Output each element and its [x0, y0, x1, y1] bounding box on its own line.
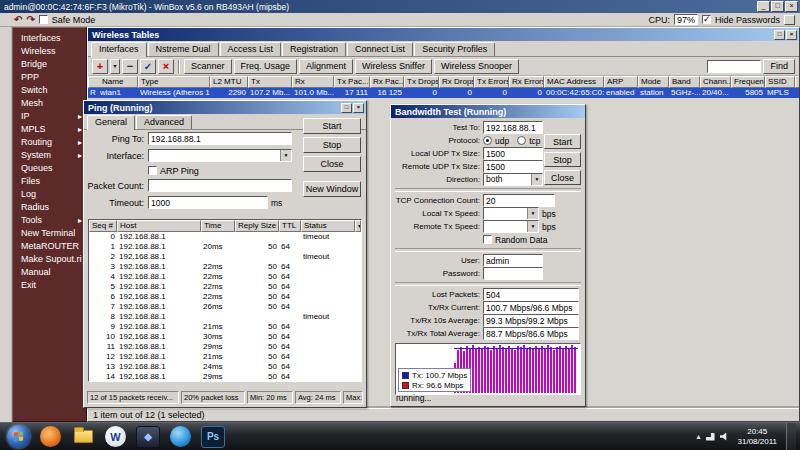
- chevron-down-icon[interactable]: ▼: [527, 208, 538, 219]
- local-udp-input[interactable]: [483, 147, 543, 160]
- tab-access-list[interactable]: Access List: [220, 42, 282, 56]
- tab-interfaces[interactable]: Interfaces: [91, 42, 147, 57]
- ping-column-reply-size[interactable]: Reply Size: [235, 220, 279, 232]
- sidebar-item-new-terminal[interactable]: New Terminal: [13, 227, 86, 240]
- protocol-tcp-radio[interactable]: [517, 136, 526, 145]
- packet-count-input[interactable]: [148, 179, 292, 192]
- ping-close-button[interactable]: Close: [303, 156, 361, 172]
- sidebar-item-manual[interactable]: Manual: [13, 266, 86, 279]
- app-titlebar[interactable]: admin@00:0C:42:74:6F:F3 (MikroTik) - Win…: [0, 0, 800, 13]
- column-header-tx-pac[interactable]: Tx Pac...: [334, 76, 370, 88]
- ping-new-window-button[interactable]: New Window: [303, 181, 361, 197]
- bandwidth-dialog-titlebar[interactable]: Bandwidth Test (Running): [391, 105, 585, 118]
- find-button[interactable]: Find: [763, 59, 795, 74]
- ping-result-row[interactable]: 10192.168.88.130ms5064: [89, 332, 361, 342]
- tab-security-profiles[interactable]: Security Profiles: [414, 42, 495, 56]
- ping-result-row[interactable]: 5192.168.88.122ms5064: [89, 282, 361, 292]
- ping-column-status[interactable]: Status: [301, 220, 355, 232]
- close-button[interactable]: [785, 1, 798, 12]
- bw-stop-button[interactable]: Stop: [544, 152, 581, 167]
- ping-column-seq[interactable]: Seq #: [89, 220, 117, 232]
- wireless-snooper-button[interactable]: Wireless Snooper: [434, 59, 519, 74]
- volume-icon[interactable]: [720, 433, 729, 441]
- timeout-input[interactable]: [148, 196, 268, 209]
- ping-close-icon[interactable]: [353, 103, 364, 113]
- column-header-ssid[interactable]: SSID: [765, 76, 795, 88]
- wireless-close-button[interactable]: [786, 30, 797, 40]
- window-layout-icon[interactable]: [784, 15, 795, 25]
- ping-start-button[interactable]: Start: [303, 118, 361, 134]
- ping-result-row[interactable]: 7192.168.88.126ms5064: [89, 302, 361, 312]
- disable-icon[interactable]: [158, 59, 174, 74]
- ping-tab-general[interactable]: General: [87, 115, 135, 130]
- freq-usage-button[interactable]: Freq. Usage: [234, 59, 298, 74]
- remove-icon[interactable]: [122, 59, 138, 74]
- ping-result-row[interactable]: 9192.168.88.121ms5064: [89, 322, 361, 332]
- add-icon[interactable]: [92, 59, 108, 74]
- scanner-button[interactable]: Scanner: [184, 59, 232, 74]
- app-icon[interactable]: ◆: [136, 426, 160, 448]
- add-dropdown-icon[interactable]: [110, 59, 120, 74]
- random-data-checkbox[interactable]: [483, 235, 492, 244]
- wireless-sniffer-button[interactable]: Wireless Sniffer: [355, 59, 432, 74]
- tab-connect-list[interactable]: Connect List: [347, 42, 413, 56]
- maximize-button[interactable]: [771, 1, 784, 12]
- minimize-button[interactable]: [757, 1, 770, 12]
- remote-tx-select[interactable]: ▼: [483, 220, 539, 233]
- ping-result-row[interactable]: 11192.168.88.129ms5064: [89, 342, 361, 352]
- sidebar-item-mpls[interactable]: MPLS▸: [13, 123, 86, 136]
- undo-icon[interactable]: [14, 14, 22, 26]
- ping-stop-button[interactable]: Stop: [303, 137, 361, 153]
- column-header-mac-address[interactable]: MAC Address: [544, 76, 604, 88]
- ping-result-row[interactable]: 6192.168.88.122ms5064: [89, 292, 361, 302]
- arp-ping-checkbox[interactable]: [148, 166, 157, 175]
- column-header-frequen[interactable]: Frequen...: [731, 76, 765, 88]
- ping-result-row[interactable]: 12192.168.88.121ms5064: [89, 352, 361, 362]
- chevron-down-icon[interactable]: ▼: [531, 174, 542, 185]
- password-input[interactable]: [483, 267, 543, 280]
- sidebar-item-wireless[interactable]: Wireless: [13, 45, 86, 58]
- sidebar-item-exit[interactable]: Exit: [13, 279, 86, 292]
- sidebar-item-ppp[interactable]: PPP: [13, 71, 86, 84]
- ping-to-input[interactable]: [148, 132, 292, 145]
- wireless-table-row[interactable]: Rwlan1Wireless (Atheros 11N)2290107.2 Mb…: [88, 88, 799, 98]
- direction-select[interactable]: both▼: [483, 173, 543, 186]
- photoshop-icon[interactable]: Ps: [201, 426, 225, 448]
- column-header-rx-drops[interactable]: Rx Drops: [439, 76, 474, 88]
- find-input[interactable]: [707, 60, 761, 73]
- sidebar-item-log[interactable]: Log: [13, 188, 86, 201]
- sidebar-item-queues[interactable]: Queues: [13, 162, 86, 175]
- local-tx-select[interactable]: ▼: [483, 207, 539, 220]
- ping-tab-advanced[interactable]: Advanced: [136, 115, 192, 129]
- sidebar-item-tools[interactable]: Tools▸: [13, 214, 86, 227]
- column-header-rx[interactable]: Rx: [292, 76, 334, 88]
- ping-dialog-titlebar[interactable]: Ping (Running): [84, 101, 366, 114]
- column-header-chann[interactable]: Chann...: [700, 76, 731, 88]
- tray-expand-icon[interactable]: ▴: [697, 432, 701, 441]
- ping-result-row[interactable]: 4192.168.88.122ms5064: [89, 272, 361, 282]
- sidebar-item-mesh[interactable]: Mesh: [13, 97, 86, 110]
- ping-column-time[interactable]: Time: [201, 220, 235, 232]
- sidebar-item-make-supout-rif[interactable]: Make Supout.rif: [13, 253, 86, 266]
- folder-icon[interactable]: [71, 426, 95, 448]
- column-header-tx-errors[interactable]: Tx Errors: [474, 76, 509, 88]
- sort-arrow-icon[interactable]: ▾: [355, 220, 361, 232]
- column-header-type[interactable]: Type: [138, 76, 210, 88]
- messenger-icon[interactable]: [170, 426, 191, 447]
- column-header-l2-mtu[interactable]: L2 MTU: [210, 76, 248, 88]
- ping-result-row[interactable]: 13192.168.88.124ms5064: [89, 362, 361, 372]
- ping-column-ttl[interactable]: TTL: [279, 220, 301, 232]
- sidebar-item-routing[interactable]: Routing▸: [13, 136, 86, 149]
- column-header-mode[interactable]: Mode: [638, 76, 669, 88]
- sidebar-item-ip[interactable]: IP▸: [13, 110, 86, 123]
- ping-result-row[interactable]: 0192.168.88.1timeout: [89, 232, 361, 242]
- bw-start-button[interactable]: Start: [544, 134, 581, 149]
- ping-result-row[interactable]: 2192.168.88.1timeout: [89, 252, 361, 262]
- interface-select[interactable]: ▼: [148, 149, 292, 162]
- winbox-taskbar-icon[interactable]: W: [105, 426, 126, 447]
- show-desktop-button[interactable]: [786, 423, 796, 450]
- ping-column-host[interactable]: Host: [117, 220, 201, 232]
- chevron-down-icon[interactable]: ▼: [280, 150, 291, 161]
- sidebar-item-metarouter[interactable]: MetaROUTER: [13, 240, 86, 253]
- tab-registration[interactable]: Registration: [282, 42, 346, 56]
